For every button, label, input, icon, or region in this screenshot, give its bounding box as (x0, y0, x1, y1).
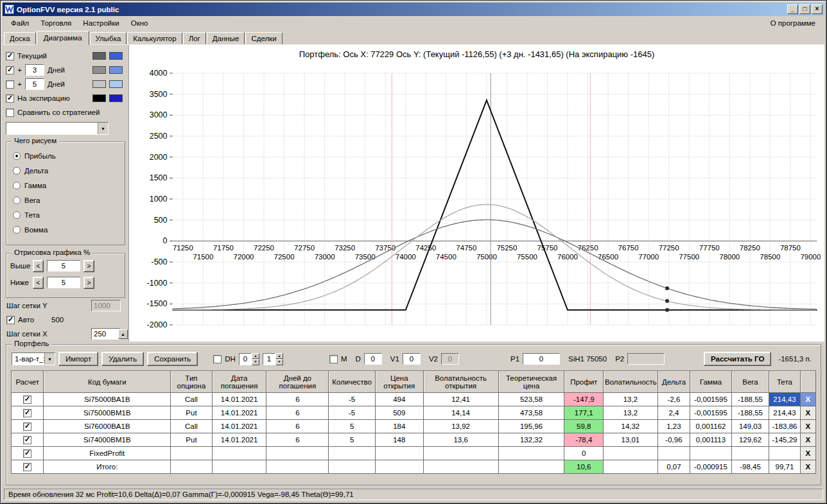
row-calc-checkbox[interactable] (23, 409, 31, 417)
cell-type[interactable] (171, 460, 213, 474)
tab-smile[interactable]: Улыбка (90, 32, 127, 44)
cell-open_vol[interactable]: 14,14 (423, 406, 498, 420)
row-calc-cell[interactable] (12, 447, 44, 460)
cell-theta[interactable]: 99,71 (769, 460, 800, 474)
cell-days[interactable]: 6 (266, 406, 329, 420)
cell-theo[interactable]: 132,32 (498, 433, 564, 447)
cell-type[interactable] (171, 447, 213, 460)
row-delete-button[interactable]: X (800, 460, 815, 474)
plus3-color2-swatch[interactable] (109, 66, 123, 74)
cell-open_vol[interactable]: 12,41 (423, 393, 498, 406)
radio-vega[interactable] (13, 196, 21, 204)
cell-vol[interactable] (604, 460, 658, 474)
cell-days[interactable]: 6 (266, 433, 329, 447)
row-delete-button[interactable]: X (800, 420, 815, 433)
cell-qty[interactable] (329, 460, 376, 474)
row-calc-cell[interactable] (12, 406, 44, 420)
menu-about[interactable]: О программе (764, 17, 822, 29)
menu-window[interactable]: Окно (125, 17, 154, 29)
cell-type[interactable]: Put (171, 406, 213, 420)
cell-qty[interactable] (329, 447, 376, 460)
cell-expiry[interactable] (212, 447, 266, 460)
above-increment-button[interactable]: > (83, 260, 94, 272)
cell-open_vol[interactable] (423, 447, 498, 460)
radio-vomma[interactable] (13, 226, 21, 234)
row-calc-cell[interactable] (12, 420, 44, 433)
tab-board[interactable]: Доска (4, 32, 36, 44)
cell-vega[interactable]: 149,03 (731, 420, 769, 433)
cell-qty[interactable]: -5 (329, 406, 376, 420)
cell-days[interactable] (266, 447, 329, 460)
row-delete-button[interactable]: X (800, 406, 815, 420)
cell-code[interactable]: Si75000BM1B (44, 406, 171, 420)
menu-settings[interactable]: Настройки (77, 17, 125, 29)
below-increment-button[interactable]: > (83, 277, 94, 289)
cell-vol[interactable]: 14,32 (604, 420, 658, 433)
row-calc-cell[interactable] (12, 460, 44, 474)
cell-vega[interactable] (731, 447, 769, 460)
app-icon[interactable] (4, 4, 14, 14)
cell-code[interactable]: Si75000BA1B (44, 393, 171, 406)
cell-vega[interactable]: -188,55 (731, 406, 769, 420)
radio-delta[interactable] (13, 167, 21, 175)
cell-vol[interactable]: 13,2 (604, 406, 658, 420)
cell-qty[interactable]: -5 (329, 393, 376, 406)
save-button[interactable]: Сохранить (147, 352, 198, 366)
p1-input[interactable] (523, 353, 560, 365)
import-button[interactable]: Импорт (58, 352, 98, 366)
cell-theo[interactable]: 195,96 (498, 420, 564, 433)
cell-code[interactable]: FixedProfit (44, 447, 171, 460)
minimize-button[interactable]: _ (787, 4, 798, 14)
cell-delta[interactable]: -0,96 (657, 433, 690, 447)
dh-spinner-1-input[interactable] (239, 353, 252, 365)
plus3-color1-swatch[interactable] (92, 66, 106, 74)
compare-strategy-checkbox[interactable] (6, 109, 14, 117)
cell-days[interactable]: 6 (266, 393, 329, 406)
menu-file[interactable]: Файл (5, 17, 35, 29)
cell-profit[interactable]: 177,1 (564, 406, 604, 420)
cell-open_price[interactable]: 494 (375, 393, 423, 406)
row-calc-cell[interactable] (12, 393, 44, 406)
grid-x-input[interactable] (91, 328, 121, 340)
cell-theta[interactable]: -145,29 (769, 433, 800, 447)
cell-open_price[interactable]: 148 (375, 433, 423, 447)
cell-code[interactable]: Si76000BA1B (44, 420, 171, 433)
dh-spinner-2-input[interactable] (263, 353, 275, 365)
cell-theta[interactable]: 214,43 (769, 393, 800, 406)
expiration-color2-swatch[interactable] (109, 94, 123, 102)
maximize-button[interactable]: □ (799, 4, 810, 14)
cell-type[interactable]: Put (171, 433, 213, 447)
cell-profit[interactable]: 10,6 (564, 460, 604, 474)
current-color2-swatch[interactable] (109, 52, 123, 60)
above-percent-input[interactable] (47, 260, 80, 272)
row-calc-cell[interactable] (12, 433, 44, 447)
current-color1-swatch[interactable] (92, 52, 106, 60)
current-series-checkbox[interactable] (6, 52, 14, 60)
calculate-margin-button[interactable]: Рассчитать ГО (704, 352, 771, 366)
cell-delta[interactable]: -2,6 (657, 393, 690, 406)
radio-gamma[interactable] (13, 182, 21, 189)
menu-trading[interactable]: Торговля (35, 17, 77, 29)
variant-select[interactable]: 1-вар-т_SI ▼ (12, 352, 55, 365)
cell-gamma[interactable]: -0,001595 (690, 393, 732, 406)
cell-gamma[interactable]: 0,001162 (690, 420, 732, 433)
m-checkbox[interactable] (329, 355, 338, 363)
cell-open_vol[interactable]: 13,92 (423, 420, 498, 433)
cell-expiry[interactable]: 14.01.2021 (212, 393, 266, 406)
cell-qty[interactable]: 5 (329, 433, 376, 447)
panel-scroll-up-button[interactable]: ▲ (118, 329, 128, 339)
cell-open_price[interactable]: 184 (375, 420, 423, 433)
tab-log[interactable]: Лог (183, 32, 206, 44)
cell-gamma[interactable]: -0,000915 (690, 460, 732, 474)
spin-down-icon[interactable]: ▼ (275, 359, 283, 365)
cell-vol[interactable]: 13,2 (604, 393, 658, 406)
row-calc-checkbox[interactable] (23, 436, 31, 444)
cell-vol[interactable] (604, 447, 658, 460)
cell-theo[interactable]: 473,58 (498, 406, 564, 420)
plus5-series-checkbox[interactable] (6, 80, 14, 89)
radio-profit[interactable] (13, 152, 21, 160)
cell-days[interactable] (266, 460, 329, 474)
d-input[interactable] (364, 353, 382, 365)
row-calc-checkbox[interactable] (23, 449, 31, 458)
spin-up-icon[interactable]: ▲ (252, 353, 259, 360)
